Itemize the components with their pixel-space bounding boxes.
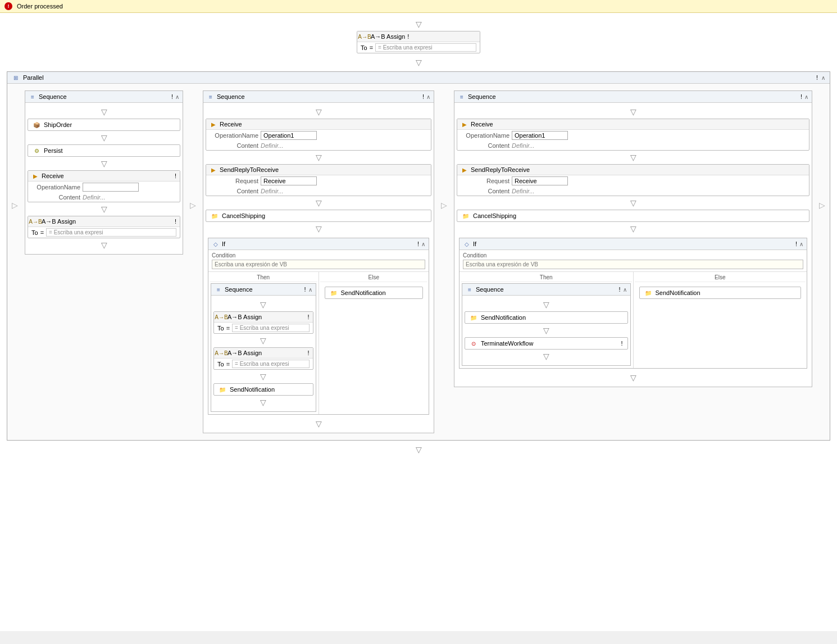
mid-then-seq-collapse[interactable]: ∧ bbox=[308, 287, 312, 293]
mid-else-label: Else bbox=[320, 273, 428, 282]
left-seq-arrow4: ▽ bbox=[28, 202, 180, 216]
right-receive-content-value: Definir... bbox=[512, 142, 535, 149]
ship-order-icon: 📦 bbox=[33, 121, 40, 129]
mid-then-assign2: A→B A→B Assign ! To bbox=[213, 347, 313, 370]
mid-then-seq-title: Sequence bbox=[225, 286, 253, 293]
mid-then-assign2-header: A→B A→B Assign ! bbox=[214, 348, 313, 359]
mid-then-arrow4: ▽ bbox=[213, 396, 313, 409]
left-assign-block: A→B A→B Assign ! To = = Escriba una expr… bbox=[28, 216, 180, 238]
mid-then-assign1-field[interactable]: = Escriba una expresi bbox=[232, 324, 309, 332]
top-assign-wrapper: A→B A→B Assign ! To = = Escriba una expr… bbox=[4, 31, 833, 53]
mid-send-reply-block: ▶ SendReplyToReceive Request Content Def… bbox=[206, 164, 431, 196]
right-if-icon: ◇ bbox=[463, 240, 471, 248]
left-seq-error: ! bbox=[171, 93, 173, 100]
left-mid-arrow: ▷ bbox=[190, 88, 196, 210]
left-seq-arrow2: ▽ bbox=[28, 131, 180, 144]
right-then-seq-collapse[interactable]: ∧ bbox=[623, 287, 627, 293]
right-if-condition-input[interactable] bbox=[463, 260, 803, 269]
right-then-seq-body: ▽ 📁 SendNotification ▽ bbox=[462, 296, 630, 365]
parallel-collapse[interactable]: ∧ bbox=[821, 75, 825, 81]
mid-send-req-row: Request bbox=[206, 175, 431, 187]
mid-receive-op-input[interactable] bbox=[261, 131, 317, 140]
mid-send-req-input[interactable] bbox=[261, 176, 317, 185]
right-receive-op-label: OperationName bbox=[462, 132, 510, 139]
right-arrow4: ▽ bbox=[457, 222, 809, 235]
right-receive-content-row: Content Definir... bbox=[457, 141, 809, 150]
mid-seq-collapse[interactable]: ∧ bbox=[426, 94, 430, 100]
mid-then-assign2-field[interactable]: = Escriba una expresi bbox=[232, 360, 309, 368]
persist-label: Persist bbox=[44, 147, 63, 154]
mid-then-assign2-icon: A→B bbox=[217, 349, 225, 357]
mid-if-condition-input[interactable] bbox=[212, 260, 425, 269]
left-seq-collapse[interactable]: ∧ bbox=[175, 94, 179, 100]
right-receive-op-input[interactable] bbox=[512, 131, 568, 140]
left-receive-header: ▶ Receive ! bbox=[28, 171, 180, 182]
left-seq-arrow3: ▽ bbox=[28, 157, 180, 170]
mid-then-assign1-row: To = = Escriba una expresi bbox=[214, 323, 313, 333]
right-send-content-label: Content bbox=[462, 188, 510, 194]
mid-arrow4: ▽ bbox=[206, 222, 431, 235]
top-warning-bar: ! Order processed bbox=[0, 0, 837, 13]
right-then-col: Then ≡ Sequence ! ∧ bbox=[460, 272, 634, 368]
left-seq-icon: ≡ bbox=[29, 93, 37, 101]
right-cancel-icon: 📁 bbox=[462, 212, 470, 220]
mid-receive-block: ▶ Receive OperationName Content Definir.… bbox=[206, 119, 431, 151]
left-receive-op-input[interactable] bbox=[83, 183, 139, 192]
mid-then-arrow2: ▽ bbox=[213, 334, 313, 347]
mid-else-col: Else 📁 SendNotification bbox=[319, 272, 429, 414]
mid-seq-error: ! bbox=[422, 93, 424, 100]
left-seq-arrow1: ▽ bbox=[28, 105, 180, 119]
right-cancel-label: CancelShipping bbox=[473, 212, 516, 219]
mid-else-send-label: SendNotification bbox=[341, 289, 386, 296]
right-if-collapse[interactable]: ∧ bbox=[799, 241, 803, 247]
mid-then-assign2-error: ! bbox=[307, 350, 309, 356]
top-assign-field[interactable]: = Escriba una expresi bbox=[375, 43, 476, 52]
right-else-send-icon: 📁 bbox=[644, 289, 652, 297]
parallel-icon: ⊞ bbox=[12, 74, 20, 81]
right-if-condition-label: Condition bbox=[463, 252, 803, 258]
mid-then-assign1-icon: A→B bbox=[217, 313, 225, 321]
right-else-col: Else 📁 SendNotification bbox=[634, 272, 807, 368]
right-seq-error: ! bbox=[800, 93, 802, 100]
arrow-2: ▽ bbox=[4, 56, 833, 69]
right-seq-collapse[interactable]: ∧ bbox=[804, 94, 808, 100]
right-if-title: If bbox=[473, 241, 476, 247]
mid-then-assign1: A→B A→B Assign ! To bbox=[213, 311, 313, 334]
right-if-then-else: Then ≡ Sequence ! ∧ bbox=[460, 271, 807, 368]
left-sequence: ≡ Sequence ! ∧ ▽ 📦 ShipOrder ▽ bbox=[25, 90, 183, 255]
right-else-send-label: SendNotification bbox=[656, 289, 700, 296]
mid-receive-header: ▶ Receive bbox=[206, 119, 431, 130]
left-seq-header: ≡ Sequence ! ∧ bbox=[25, 91, 183, 103]
mid-arrow5: ▽ bbox=[206, 417, 431, 430]
mid-if-collapse[interactable]: ∧ bbox=[421, 241, 425, 247]
mid-then-assign1-to: To bbox=[217, 325, 224, 332]
right-arrow2: ▽ bbox=[457, 151, 809, 164]
right-if-error: ! bbox=[795, 241, 797, 247]
left-receive-op-label: OperationName bbox=[33, 184, 80, 191]
mid-cancel-icon: 📁 bbox=[211, 212, 219, 220]
right-then-terminate-label: TerminateWorkflow bbox=[481, 340, 533, 347]
right-send-req-input[interactable] bbox=[512, 176, 568, 185]
mid-if-block: ◇ If ! ∧ Condition bbox=[208, 238, 429, 415]
right-send-content-row: Content Definir... bbox=[457, 187, 809, 196]
mid-receive-icon: ▶ bbox=[210, 120, 217, 128]
left-receive-icon: ▶ bbox=[31, 172, 39, 180]
right-else-send-block: 📁 SendNotification bbox=[639, 287, 802, 299]
mid-send-reply-icon: ▶ bbox=[210, 166, 217, 174]
mid-send-content-value: Definir... bbox=[261, 188, 284, 194]
right-then-seq-icon: ≡ bbox=[466, 285, 474, 293]
mid-receive-content-label: Content bbox=[211, 142, 258, 149]
right-seq-body: ▽ ▶ Receive OperationName bbox=[454, 103, 812, 387]
mid-receive-content-value: Definir... bbox=[261, 142, 284, 149]
mid-if-header: ◇ If ! ∧ bbox=[208, 238, 429, 250]
top-assign-block: A→B A→B Assign ! To = = Escriba una expr… bbox=[357, 31, 480, 53]
top-assign-title: A→B Assign bbox=[371, 33, 405, 40]
top-assign-icon: A→B bbox=[361, 33, 369, 40]
mid-if-title: If bbox=[222, 241, 225, 247]
right-receive-header: ▶ Receive bbox=[457, 119, 809, 130]
left-assign-field[interactable]: = Escriba una expresi bbox=[46, 228, 176, 237]
right-arrow5: ▽ bbox=[457, 371, 809, 384]
persist-icon: ⚙ bbox=[33, 147, 40, 155]
left-assign-error: ! bbox=[175, 218, 176, 225]
left-assign-header: A→B A→B Assign ! bbox=[28, 216, 180, 227]
